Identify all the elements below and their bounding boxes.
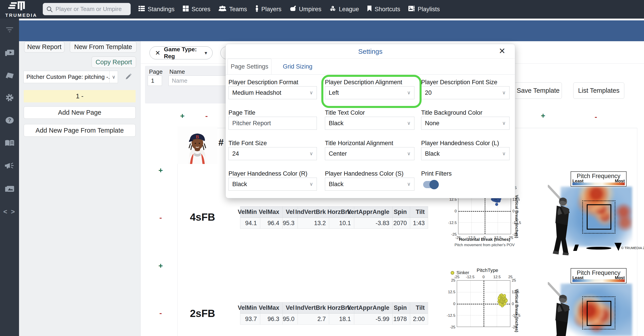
pitch-row-label: 2sFB [176, 307, 229, 319]
table-header-cell: IndVertBrk [298, 302, 329, 313]
nav-item-playlists[interactable]: Playlists [408, 5, 440, 13]
tab-grid-sizing[interactable]: Grid Sizing [278, 59, 317, 74]
y-tick-label: 25 [512, 278, 522, 283]
copy-report-button[interactable]: Copy Report [92, 57, 136, 68]
select-value: Left [329, 89, 339, 96]
y-tick-label: 12.5 [445, 290, 455, 294]
add-row-button[interactable]: + [156, 261, 165, 270]
strike-zone-outline [587, 204, 611, 230]
table-value-cell: 96.4 [260, 217, 282, 229]
nav-item-players[interactable]: Players [255, 5, 282, 14]
save-template-button[interactable]: Save Template [514, 82, 562, 99]
trumedia-logo[interactable]: TRUMEDIA [2, 1, 40, 18]
page-list-item-1[interactable]: 1 - [24, 90, 136, 102]
chevron-down-icon: ∨ [502, 151, 506, 157]
remove-row-button[interactable]: - [156, 309, 165, 317]
filter-chip-game-type[interactable]: ✕ Game Type: Reg ▾ [150, 46, 212, 59]
trumedia-logo-icon [8, 1, 35, 11]
table-value-cell: 13.2 [298, 217, 329, 229]
report-page-select[interactable]: Pitcher Custom Page: pitching -... ∨ [24, 71, 118, 83]
megaphone-icon[interactable] [0, 161, 19, 171]
player-description-font-size-select[interactable]: 20∨ [421, 86, 510, 99]
strike-zone-outline [587, 301, 611, 326]
chip-caret-icon[interactable]: ▾ [205, 50, 207, 56]
nav-item-umpires[interactable]: Umpires [290, 5, 322, 13]
modal-tabs: Page Settings Grid Sizing [226, 59, 515, 75]
page-header-bar [19, 20, 644, 41]
chip-close-icon[interactable]: ✕ [155, 49, 160, 57]
player-handedness-color-l-select[interactable]: Black∨ [421, 147, 510, 160]
chevron-down-icon: ∨ [502, 120, 506, 126]
field-label: Player Handedness Color (R) [228, 170, 308, 177]
y-tick-label: 25 [445, 278, 455, 283]
nav-item-label: Teams [229, 6, 247, 13]
table-value-cell: 94.1 [240, 217, 260, 229]
player-description-alignment-select[interactable]: Left∨ [325, 86, 414, 99]
field-label: Player Description Alignment [325, 79, 402, 86]
nav-item-scores[interactable]: Scores [182, 5, 210, 13]
add-column-button[interactable]: + [538, 111, 548, 120]
chevron-down-icon: ∨ [407, 181, 410, 187]
print-filters-toggle[interactable] [423, 181, 438, 188]
select-value: Black [425, 150, 440, 157]
add-column-button[interactable]: + [178, 112, 187, 120]
gallery-icon[interactable] [0, 184, 19, 194]
title-horizontal-alignment-select[interactable]: Center∨ [325, 147, 414, 160]
title-background-color-select[interactable]: None∨ [421, 117, 510, 130]
add-row-button[interactable]: + [156, 166, 165, 175]
close-icon[interactable]: ✕ [499, 46, 506, 56]
nav-item-shortcuts[interactable]: Shortcuts [367, 5, 400, 13]
tab-page-settings[interactable]: Page Settings [228, 59, 272, 74]
nav-item-league[interactable]: League [330, 5, 359, 14]
data-point-sinker [503, 294, 506, 297]
player-handedness-color-s-select[interactable]: Black∨ [325, 178, 414, 191]
add-new-page-from-template-button[interactable]: Add New Page From Template [24, 124, 136, 137]
video-playlist-icon[interactable] [0, 48, 19, 58]
field-label: Player Description Font Size [421, 79, 498, 86]
remove-column-button[interactable]: - [202, 112, 211, 120]
chevron-down-icon: ∨ [407, 90, 410, 96]
book-icon[interactable] [0, 138, 19, 148]
player-headshot: B [178, 126, 217, 164]
shortcuts-icon [367, 5, 372, 13]
title-text-color-select[interactable]: Black∨ [325, 117, 414, 130]
add-new-page-button[interactable]: Add New Page [24, 106, 136, 119]
nav-item-standings[interactable]: Standings [138, 6, 174, 13]
chevron-down-icon: ∨ [110, 71, 118, 83]
y-tick-label: 0 [446, 209, 457, 213]
code-icon[interactable]: < > [0, 206, 19, 217]
umpires-icon [290, 5, 296, 13]
batter-silhouette [548, 280, 576, 336]
search-input[interactable]: Player or Team or Umpire [43, 3, 131, 15]
data-point-sinker [505, 299, 508, 302]
edit-pencil-icon[interactable] [124, 73, 132, 81]
field-icon[interactable] [0, 71, 19, 81]
data-point-sinker [498, 303, 502, 305]
gear-icon[interactable] [0, 93, 19, 103]
field-label: Print Filters [421, 170, 452, 177]
player-handedness-color-r-select[interactable]: Black∨ [228, 178, 317, 191]
playlists-icon [408, 5, 415, 13]
remove-column-button[interactable]: - [592, 112, 600, 121]
remove-row-button[interactable]: - [156, 213, 165, 222]
x-tick-label: 0 [479, 275, 488, 279]
title-font-size-select[interactable]: 24∨ [228, 147, 317, 160]
player-description-format-select[interactable]: Medium Headshot∨ [228, 86, 317, 99]
data-point-4sfb [496, 198, 500, 201]
y-tick-label: -12.5 [446, 221, 457, 225]
select-value: None [425, 120, 440, 127]
chevron-down-icon: ∨ [502, 90, 506, 96]
teams-icon [218, 6, 226, 13]
list-templates-button[interactable]: List Templates [573, 82, 624, 99]
nav-item-label: Umpires [299, 6, 322, 13]
y-axis-title: Vertical Break (inches) [514, 289, 519, 332]
page-number-input[interactable]: 1 [148, 76, 162, 86]
new-report-button[interactable]: New Report [24, 41, 64, 53]
filter-icon[interactable] [0, 25, 19, 35]
search-icon [46, 6, 53, 13]
nav-item-teams[interactable]: Teams [218, 6, 247, 13]
field-label: Player Handedness Color (L) [421, 140, 499, 147]
help-icon[interactable]: ? [0, 115, 19, 125]
new-from-template-button[interactable]: New From Template [70, 41, 136, 53]
page-title-input[interactable]: Pitcher Report [228, 117, 317, 130]
